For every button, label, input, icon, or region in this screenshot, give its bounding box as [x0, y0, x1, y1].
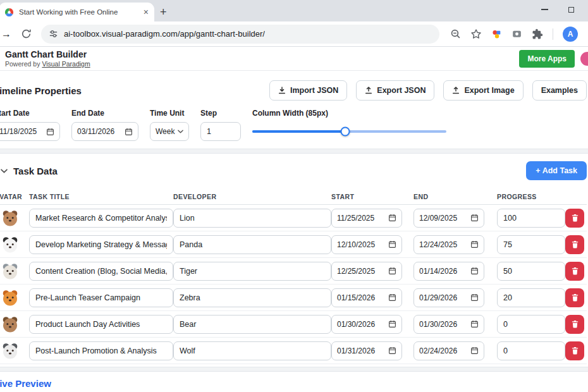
timeline-properties-title: Timeline Properties [0, 85, 82, 96]
end-date-value: 02/24/2026 [419, 346, 457, 355]
developer-input[interactable] [173, 209, 331, 228]
task-data-section: Task Data + Add Task AVATAR TASK TITLE D… [0, 154, 588, 367]
end-date-input[interactable]: 12/24/2025 [413, 235, 484, 254]
tab-strip: Start Working with Free Online × + × [0, 0, 588, 21]
progress-input[interactable] [497, 209, 565, 228]
trash-icon [571, 267, 579, 275]
column-header-developer: DEVELOPER [173, 193, 331, 200]
start-date-input[interactable]: 11/25/2025 [331, 209, 402, 228]
end-date-input[interactable]: 01/14/2026 [413, 262, 484, 281]
time-unit-field: Time Unit Week [150, 109, 189, 141]
add-task-button[interactable]: + Add Task [526, 161, 587, 180]
delete-task-button[interactable] [565, 341, 584, 360]
task-title-input[interactable] [29, 315, 173, 334]
calendar-icon[interactable] [388, 320, 396, 328]
window-maximize-button[interactable] [568, 7, 574, 13]
start-date-input[interactable]: 12/25/2025 [331, 262, 402, 281]
new-tab-button[interactable]: + [160, 6, 167, 18]
task-title-input[interactable] [29, 288, 173, 307]
time-unit-value: Week [156, 127, 175, 136]
start-date-input[interactable]: 01/31/2026 [331, 341, 402, 360]
import-json-button[interactable]: Import JSON [269, 80, 347, 101]
task-title-input[interactable] [29, 235, 173, 254]
calendar-icon[interactable] [470, 214, 479, 222]
developer-input[interactable] [173, 315, 331, 334]
end-date-input[interactable]: 02/24/2026 [413, 341, 484, 360]
calendar-icon[interactable] [470, 320, 479, 328]
start-date-input[interactable]: 01/15/2026 [331, 288, 402, 307]
start-date-input[interactable]: 11/18/2025 [0, 122, 60, 141]
progress-input[interactable] [497, 288, 565, 307]
task-title-input[interactable] [29, 262, 173, 281]
url-text: ai-toolbox.visual-paradigm.com/app/gantt… [64, 29, 265, 39]
calendar-icon[interactable] [470, 346, 479, 355]
end-date-input[interactable]: 03/11/2026 [71, 122, 138, 141]
column-width-slider[interactable] [252, 130, 446, 133]
more-apps-button[interactable]: More Apps [519, 50, 575, 68]
export-json-button[interactable]: Export JSON [356, 80, 434, 101]
visual-paradigm-link[interactable]: Visual Paradigm [42, 60, 90, 68]
delete-task-button[interactable] [565, 262, 584, 281]
profile-avatar[interactable]: A [563, 27, 578, 42]
export-image-button[interactable]: Export Image [443, 80, 523, 101]
examples-button[interactable]: Examples [532, 80, 587, 101]
address-bar[interactable]: ai-toolbox.visual-paradigm.com/app/gantt… [41, 25, 439, 44]
zoom-icon[interactable] [450, 28, 461, 39]
avatar-tiger [1, 289, 19, 307]
bookmark-star-icon[interactable] [470, 28, 482, 40]
time-unit-select[interactable]: Week [150, 122, 189, 141]
collapse-task-data-icon[interactable] [1, 169, 8, 173]
calendar-icon[interactable] [46, 128, 54, 136]
delete-task-button[interactable] [565, 235, 584, 254]
task-title-input[interactable] [29, 209, 173, 228]
column-width-label: Column Width (85px) [252, 109, 446, 118]
progress-input[interactable] [497, 235, 565, 254]
window-minimize-button[interactable] [541, 9, 548, 10]
start-date-input[interactable]: 12/10/2025 [331, 235, 402, 254]
end-date-value: 12/24/2025 [419, 240, 457, 249]
start-date-input[interactable]: 01/30/2026 [331, 315, 402, 334]
progress-input[interactable] [497, 315, 565, 334]
calendar-icon[interactable] [388, 240, 396, 248]
delete-task-button[interactable] [565, 209, 584, 228]
developer-input[interactable] [173, 262, 331, 281]
start-date-field: Start Date 11/18/2025 [0, 109, 60, 141]
task-title-input[interactable] [29, 341, 173, 360]
user-avatar[interactable] [580, 52, 588, 66]
step-input[interactable] [200, 122, 241, 141]
calendar-icon[interactable] [470, 267, 479, 275]
screenshot-root: Start Working with Free Online × + × → a… [0, 0, 588, 392]
timeline-buttons: Import JSON Export JSON Export Image Exa… [269, 80, 587, 101]
forward-icon[interactable]: → [1, 29, 11, 39]
calendar-icon[interactable] [470, 240, 479, 248]
column-header-end: END [413, 193, 497, 200]
calendar-icon[interactable] [388, 293, 396, 302]
site-settings-icon[interactable] [49, 29, 58, 39]
extension-icon[interactable] [491, 28, 502, 39]
extension-icon-2[interactable] [511, 28, 522, 39]
calendar-icon[interactable] [388, 214, 396, 222]
developer-input[interactable] [173, 341, 331, 360]
tab-close-icon[interactable]: × [144, 8, 149, 16]
table-header-row: AVATAR TASK TITLE DEVELOPER START END PR… [0, 188, 587, 205]
progress-input[interactable] [497, 262, 565, 281]
end-date-input[interactable]: 01/29/2026 [413, 288, 484, 307]
progress-input[interactable] [497, 341, 565, 360]
tab-title: Start Working with Free Online [19, 8, 138, 16]
developer-input[interactable] [173, 235, 331, 254]
delete-task-button[interactable] [565, 288, 584, 307]
end-date-input[interactable]: 12/09/2025 [413, 209, 484, 228]
end-date-input[interactable]: 01/30/2026 [413, 315, 484, 334]
export-image-label: Export Image [464, 86, 514, 95]
refresh-icon[interactable] [21, 28, 32, 39]
upload-icon [452, 87, 460, 94]
column-width-slider-thumb[interactable] [341, 127, 350, 137]
extensions-puzzle-icon[interactable] [532, 28, 543, 40]
delete-task-button[interactable] [565, 315, 584, 334]
calendar-icon[interactable] [388, 267, 396, 275]
browser-tab[interactable]: Start Working with Free Online × [0, 3, 154, 21]
calendar-icon[interactable] [470, 293, 479, 302]
developer-input[interactable] [173, 288, 331, 307]
calendar-icon[interactable] [125, 128, 133, 136]
calendar-icon[interactable] [388, 346, 396, 355]
